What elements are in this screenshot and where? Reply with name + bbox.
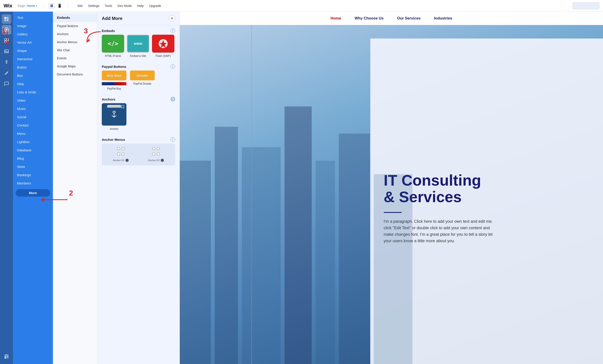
site-nav-our-services[interactable]: Our Services [397,16,420,21]
nav-site[interactable]: Site [77,4,83,8]
category-social[interactable]: Social [13,113,53,121]
submenu-wix-chat[interactable]: Wix Chat [53,46,97,54]
anchor-card-icon [102,103,127,126]
category-text[interactable]: Text [13,13,53,22]
dot-4 [121,153,125,155]
website-canvas: Home Why Choose Us Our Services Industri… [180,12,603,364]
embed-site-card[interactable]: www Embed a Site [127,35,149,57]
icon-sidebar [0,12,13,364]
site-nav-industries[interactable]: Industries [434,16,452,21]
add-more-title: Add More [102,16,122,21]
category-interactive[interactable]: Interactive [13,55,53,63]
chat-icon[interactable] [2,79,11,88]
submenu-google-maps[interactable]: Google Maps [53,62,97,70]
svg-rect-3 [7,19,9,21]
paypal-donate-card[interactable]: Donate PayPal Donate [130,70,155,90]
page-name-text[interactable]: Home [27,4,35,8]
html-iframe-icon: </> [102,35,124,53]
dot-filled-2 [161,159,164,162]
close-panel-button[interactable]: ✕ [169,15,175,22]
nav-help[interactable]: Help [137,4,144,8]
nav-tools[interactable]: Tools [105,4,112,8]
category-video[interactable]: Video [13,96,53,105]
svg-rect-2 [4,19,6,21]
media-icon[interactable] [2,46,11,56]
category-bookings[interactable]: Bookings [13,171,53,179]
category-image[interactable]: Image [13,22,53,30]
top-bar: Wix Page: Home ▾ 🖥 📱 Site Settings Tools… [0,0,603,12]
svg-rect-18 [7,358,9,359]
svg-rect-30 [339,133,370,364]
more-button[interactable]: More [16,189,50,197]
category-contact[interactable]: Contact [13,121,53,129]
category-lightbox[interactable]: Lightbox [13,138,53,146]
embeds-header[interactable]: Embeds [53,13,97,22]
paypal-donate-label: PayPal Donate [133,82,151,85]
hero-title: IT Consulting& Services [384,172,585,206]
add-more-panel: Add More ✕ 4 Embeds i </> HTML iFrame [97,12,180,364]
category-lists-grids[interactable]: Lists & Grids [13,88,53,96]
category-box[interactable]: Box [13,71,53,80]
apps-market-icon[interactable] [2,36,11,45]
site-nav-why-choose-us[interactable]: Why Choose Us [355,16,383,21]
anchors-section-header: Anchors [97,94,180,103]
submenu-anchors[interactable]: Anchors [53,30,97,38]
category-vector-art[interactable]: Vector Art [13,38,53,46]
dot-1 [117,147,120,150]
page-chevron-icon[interactable]: ▾ [36,4,37,7]
nav-settings[interactable]: Settings [88,4,100,8]
desktop-view-icon[interactable]: 🖥 [48,3,55,9]
page-selector[interactable]: Page: Home ▾ [18,4,37,8]
embed-cards-container: </> HTML iFrame www Embed a Site Flash (… [97,35,180,61]
view-toggle[interactable]: 🖥 📱 [48,3,63,9]
wix-logo: Wix [4,3,12,9]
category-members[interactable]: Members [13,179,53,187]
paypal-buy-button: Buy Now [102,70,127,80]
anchor-nav-icon[interactable] [2,57,11,67]
flash-swf-card[interactable]: Flash (SWF) [152,35,174,57]
svg-rect-11 [4,50,9,53]
flash-swf-icon [152,35,174,53]
site-nav-home[interactable]: Home [331,16,341,21]
pen-icon[interactable] [2,68,11,77]
dot-5 [152,147,155,150]
top-nav: Site Settings Tools Dev Mode Help Upgrad… [77,4,161,8]
nav-upgrade[interactable]: Upgrade [149,4,161,8]
paypal-label: Paypal Buttons [102,65,126,68]
category-menu[interactable]: Menu [13,129,53,138]
svg-rect-31 [374,174,412,364]
sidebar-editor-icon[interactable] [2,14,11,24]
anchors-info-icon[interactable] [171,97,175,101]
category-music[interactable]: Music [13,105,53,113]
submenu-events[interactable]: Events [53,54,97,62]
category-button[interactable]: Button [13,63,53,71]
svg-rect-10 [7,41,9,43]
site-hero: IT Consulting& Services I'm a paragraph.… [180,25,603,364]
category-database[interactable]: Database [13,146,53,154]
embeds-info-icon[interactable]: i [171,28,175,33]
anchor-card[interactable]: Anchor [102,103,127,131]
embed-site-icon: www [127,35,149,53]
svg-rect-8 [7,39,9,40]
dot-filled-1 [126,159,129,162]
submenu-document-buttons[interactable]: Document Buttons [53,70,97,78]
submenu-anchor-menus[interactable]: Anchor Menus [53,38,97,46]
nav-devmode[interactable]: Dev Mode [117,4,132,8]
category-gallery[interactable]: Gallery [13,30,53,38]
svg-rect-26 [215,127,238,364]
anchor-03-label-right: Anchor 03 [148,159,159,162]
category-strip[interactable]: Strip [13,80,53,88]
dashboard-icon[interactable] [2,352,11,361]
svg-rect-9 [4,41,6,43]
html-iframe-card[interactable]: </> HTML iFrame [102,35,124,57]
paypal-info-icon[interactable]: i [171,64,175,69]
mobile-view-icon[interactable]: 📱 [57,3,63,9]
category-shape[interactable]: Shape [13,46,53,55]
paypal-buy-card[interactable]: Buy Now PayPal Buy [102,70,127,90]
submenu-paypal-buttons[interactable]: Paypal Buttons [53,22,97,30]
anchor-menus-info-icon[interactable]: i [171,137,175,142]
category-store[interactable]: Store [13,163,53,171]
category-blog[interactable]: Blog [13,154,53,163]
dot-8 [157,153,160,155]
category-sidebar: Text Image Gallery Vector Art Shape Inte… [13,12,53,364]
